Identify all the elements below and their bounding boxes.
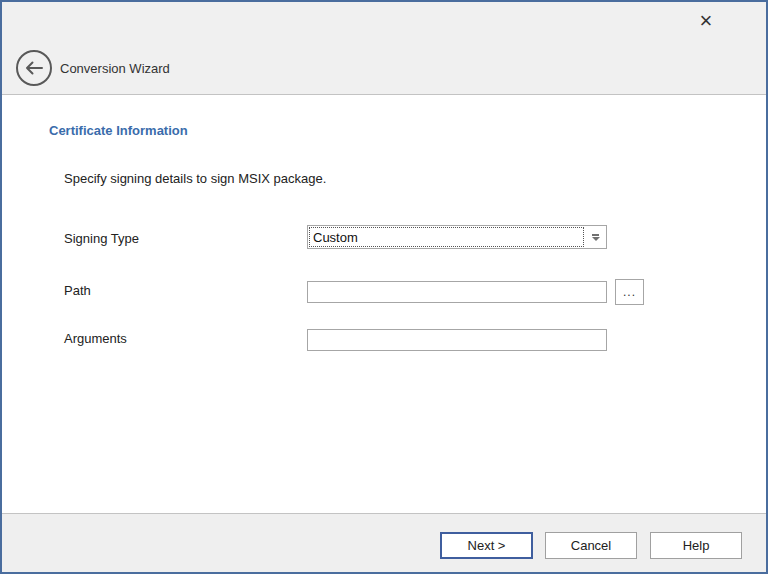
conversion-wizard-dialog: × Conversion Wizard Certificate Informat…: [0, 0, 768, 574]
browse-button[interactable]: ...: [615, 279, 644, 305]
cancel-button[interactable]: Cancel: [545, 532, 637, 559]
ellipsis-icon: ...: [623, 286, 636, 298]
back-button[interactable]: [16, 50, 52, 86]
arguments-label: Arguments: [64, 331, 127, 346]
help-button[interactable]: Help: [650, 532, 742, 559]
back-arrow-icon: [24, 61, 44, 75]
page-title: Certificate Information: [49, 123, 188, 138]
close-button[interactable]: ×: [690, 7, 722, 35]
path-label: Path: [64, 283, 91, 298]
arguments-input[interactable]: [307, 329, 607, 351]
path-input[interactable]: [307, 281, 607, 303]
signing-type-label: Signing Type: [64, 231, 139, 246]
page-description: Specify signing details to sign MSIX pac…: [64, 171, 326, 186]
wizard-footer: Next > Cancel Help: [2, 513, 766, 572]
close-icon: ×: [700, 10, 713, 32]
signing-type-selected-value: Custom: [309, 227, 584, 247]
chevron-down-icon[interactable]: [585, 226, 606, 248]
wizard-title: Conversion Wizard: [60, 50, 170, 86]
signing-type-dropdown[interactable]: Custom: [307, 225, 607, 249]
wizard-header: × Conversion Wizard: [2, 2, 766, 95]
next-button[interactable]: Next >: [440, 532, 533, 559]
wizard-page-content: Certificate Information Specify signing …: [2, 96, 766, 513]
